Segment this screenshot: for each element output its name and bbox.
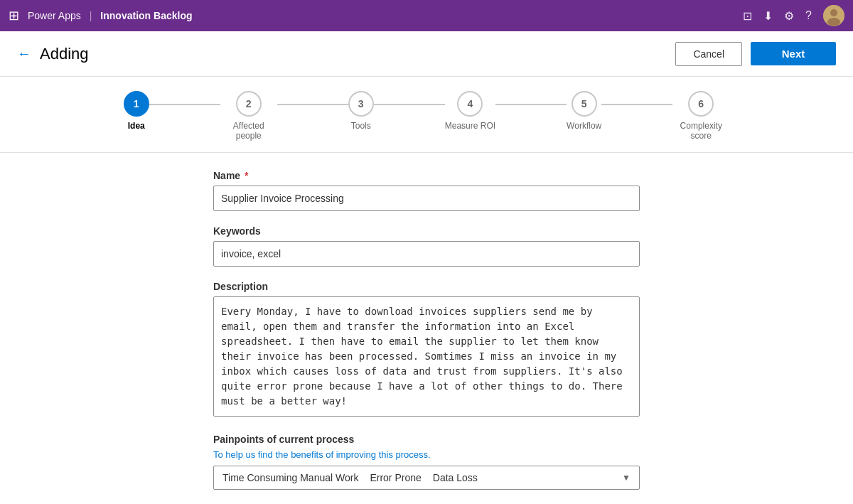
main-content: Name * Keywords Description Every Monday… xyxy=(0,153,853,504)
page-header: ← Adding Cancel Next xyxy=(0,31,853,77)
step-1-circle: 1 xyxy=(124,91,149,117)
topbar-app-label: Power Apps xyxy=(28,10,81,21)
avatar[interactable] xyxy=(823,5,844,26)
chevron-down-icon: ▼ xyxy=(622,473,631,483)
step-1[interactable]: 1 Idea xyxy=(124,91,149,131)
step-4-label: Measure ROI xyxy=(445,121,495,131)
step-connector-4 xyxy=(495,104,567,105)
step-1-label: Idea xyxy=(128,121,145,131)
step-3-label: Tools xyxy=(351,121,371,131)
topbar-section-label: Innovation Backlog xyxy=(100,10,192,21)
keywords-field-section: Keywords xyxy=(213,225,640,267)
step-6[interactable]: 6 Complexity score xyxy=(672,91,729,141)
step-5[interactable]: 5 Workflow xyxy=(567,91,601,131)
page-title: Adding xyxy=(40,45,667,63)
keywords-input[interactable] xyxy=(213,241,640,267)
step-2-label: Affected people xyxy=(220,121,277,141)
svg-point-2 xyxy=(827,18,840,26)
grid-icon[interactable]: ⊞ xyxy=(9,8,19,23)
step-connector-1 xyxy=(149,104,220,105)
step-6-circle: 6 xyxy=(688,91,714,117)
name-field-section: Name * xyxy=(213,170,640,211)
step-connector-3 xyxy=(374,104,445,105)
svg-point-1 xyxy=(830,9,837,16)
help-icon[interactable]: ? xyxy=(805,9,812,22)
painpoints-dropdown[interactable]: Time Consuming Manual Work Error Prone D… xyxy=(213,466,640,490)
step-2[interactable]: 2 Affected people xyxy=(220,91,277,141)
tag-data-loss: Data Loss xyxy=(433,472,478,483)
steps-container: 1 Idea 2 Affected people 3 Tools 4 Measu… xyxy=(0,77,853,153)
painpoints-hint: To help us find the benefits of improvin… xyxy=(213,449,640,460)
topbar: ⊞ Power Apps | Innovation Backlog ⊡ ⬇ ⚙ … xyxy=(0,0,853,31)
next-button[interactable]: Next xyxy=(751,42,836,65)
tag-error-prone: Error Prone xyxy=(370,472,421,483)
download-icon[interactable]: ⬇ xyxy=(763,9,773,23)
step-2-circle: 2 xyxy=(236,91,262,117)
name-input[interactable] xyxy=(213,186,640,211)
step-connector-2 xyxy=(277,104,348,105)
step-connector-5 xyxy=(601,104,672,105)
step-5-label: Workflow xyxy=(567,121,601,131)
step-3[interactable]: 3 Tools xyxy=(348,91,374,131)
description-textarea[interactable]: Every Monday, I have to download invoice… xyxy=(213,296,640,417)
description-field-section: Description Every Monday, I have to down… xyxy=(213,281,640,419)
topbar-separator: | xyxy=(90,10,92,21)
painpoints-label: Painpoints of current process xyxy=(213,434,640,445)
painpoints-field-section: Painpoints of current process To help us… xyxy=(213,434,640,490)
topbar-right-icons: ⊡ ⬇ ⚙ ? xyxy=(743,5,844,26)
painpoints-tags: Time Consuming Manual Work Error Prone D… xyxy=(222,472,478,483)
step-4-circle: 4 xyxy=(457,91,483,117)
screen-icon[interactable]: ⊡ xyxy=(743,9,752,23)
settings-icon[interactable]: ⚙ xyxy=(784,9,794,23)
tag-time-consuming: Time Consuming Manual Work xyxy=(222,472,358,483)
cancel-button[interactable]: Cancel xyxy=(675,42,742,66)
description-label: Description xyxy=(213,281,640,292)
step-6-label: Complexity score xyxy=(672,121,729,141)
keywords-label: Keywords xyxy=(213,225,640,237)
name-label: Name * xyxy=(213,170,640,181)
step-5-circle: 5 xyxy=(572,91,597,117)
step-3-circle: 3 xyxy=(348,91,374,117)
required-star: * xyxy=(242,170,248,181)
step-4[interactable]: 4 Measure ROI xyxy=(445,91,495,131)
back-button[interactable]: ← xyxy=(17,45,31,62)
